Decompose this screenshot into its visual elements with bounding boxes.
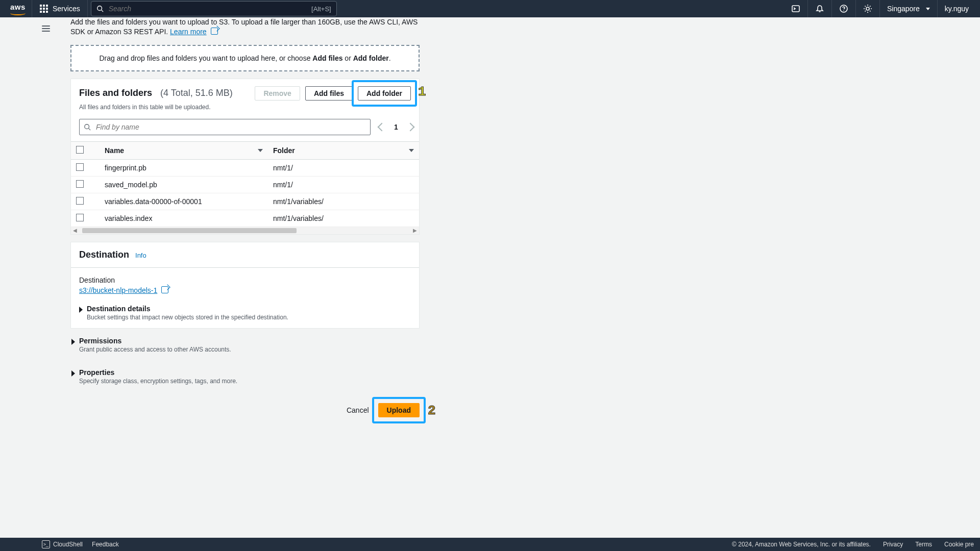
file-name-cell: variables.data-00000-of-00001 bbox=[100, 193, 268, 210]
permissions-expander[interactable]: Permissions Grant public access and acce… bbox=[70, 335, 420, 360]
select-all-checkbox[interactable] bbox=[76, 146, 84, 154]
action-row: Cancel Upload 2 bbox=[70, 403, 420, 417]
services-label: Services bbox=[53, 5, 80, 13]
help-icon bbox=[839, 4, 848, 13]
region-label: Singapore bbox=[887, 5, 920, 13]
row-checkbox[interactable] bbox=[76, 197, 84, 205]
row-checkbox[interactable] bbox=[76, 163, 84, 171]
global-search-input[interactable] bbox=[108, 4, 307, 13]
add-files-button[interactable]: Add files bbox=[305, 86, 353, 101]
annotation-2: 2 bbox=[428, 403, 436, 418]
file-name-cell: saved_model.pb bbox=[100, 176, 268, 193]
search-shortcut-hint: [Alt+S] bbox=[311, 5, 331, 13]
cloudshell-footer-button[interactable]: >_ CloudShell bbox=[42, 540, 83, 548]
bell-icon bbox=[815, 4, 824, 13]
footer-cookie-link[interactable]: Cookie pre bbox=[944, 541, 974, 548]
table-row[interactable]: saved_model.pb nmt/1/ bbox=[71, 176, 419, 193]
add-folder-button[interactable]: Add folder bbox=[358, 86, 411, 101]
file-name-cell: fingerprint.pb bbox=[100, 159, 268, 176]
file-folder-cell: nmt/1/ bbox=[268, 176, 419, 193]
destination-title: Destination bbox=[79, 249, 129, 260]
services-menu[interactable]: Services bbox=[32, 0, 88, 17]
gear-icon bbox=[863, 4, 872, 13]
sort-icon[interactable] bbox=[409, 149, 414, 152]
destination-info-link[interactable]: Info bbox=[135, 252, 146, 259]
footer-copyright: © 2024, Amazon Web Services, Inc. or its… bbox=[732, 541, 871, 548]
grid-icon bbox=[39, 4, 48, 13]
page-prev-button[interactable] bbox=[378, 122, 386, 131]
file-folder-cell: nmt/1/variables/ bbox=[268, 210, 419, 227]
learn-more-link[interactable]: Learn more bbox=[170, 28, 207, 36]
top-nav: aws Services [Alt+S] Singapore ky.nguy bbox=[0, 0, 980, 17]
aws-logo[interactable]: aws bbox=[4, 0, 32, 17]
external-link-icon bbox=[211, 28, 218, 35]
svg-point-7 bbox=[85, 124, 89, 129]
hamburger-icon bbox=[42, 28, 50, 29]
file-name-cell: variables.index bbox=[100, 210, 268, 227]
properties-expander[interactable]: Properties Specify storage class, encryp… bbox=[70, 366, 420, 392]
column-name-header[interactable]: Name bbox=[105, 146, 124, 155]
caret-right-icon bbox=[71, 370, 75, 377]
cloudshell-icon: >_ bbox=[42, 540, 50, 548]
row-checkbox[interactable] bbox=[76, 180, 84, 188]
caret-right-icon bbox=[79, 307, 83, 313]
annotation-1: 1 bbox=[418, 84, 426, 99]
caret-right-icon bbox=[71, 339, 75, 345]
find-by-name-field[interactable] bbox=[79, 119, 371, 135]
destination-field-label: Destination bbox=[79, 276, 411, 284]
svg-point-6 bbox=[866, 7, 869, 10]
sort-icon[interactable] bbox=[258, 149, 263, 152]
remove-button[interactable]: Remove bbox=[255, 86, 300, 101]
find-by-name-input[interactable] bbox=[95, 122, 366, 132]
account-menu[interactable]: ky.nguy bbox=[938, 0, 976, 17]
column-folder-header[interactable]: Folder bbox=[273, 146, 295, 155]
svg-line-1 bbox=[101, 10, 103, 12]
files-card-count: (4 Total, 51.6 MB) bbox=[160, 88, 233, 98]
files-card-subtext: All files and folders in this table will… bbox=[71, 104, 419, 117]
settings-button[interactable] bbox=[856, 0, 880, 17]
global-search[interactable]: [Alt+S] bbox=[91, 1, 337, 16]
svg-point-0 bbox=[97, 6, 102, 11]
destination-card: Destination Info Destination s3://bucket… bbox=[70, 242, 420, 329]
cloudshell-top-button[interactable] bbox=[784, 0, 808, 17]
file-folder-cell: nmt/1/ bbox=[268, 159, 419, 176]
table-row[interactable]: fingerprint.pb nmt/1/ bbox=[71, 159, 419, 176]
feedback-link[interactable]: Feedback bbox=[92, 541, 119, 548]
upload-intro-text: Add the files and folders you want to up… bbox=[70, 17, 420, 37]
svg-line-8 bbox=[89, 128, 91, 130]
svg-point-5 bbox=[843, 10, 844, 11]
footer-bar: >_ CloudShell Feedback © 2024, Amazon We… bbox=[0, 538, 980, 551]
cancel-button[interactable]: Cancel bbox=[347, 406, 369, 414]
page-next-button[interactable] bbox=[406, 122, 414, 131]
region-selector[interactable]: Singapore bbox=[880, 0, 938, 17]
table-row[interactable]: variables.index nmt/1/variables/ bbox=[71, 210, 419, 227]
account-label: ky.nguy bbox=[945, 5, 969, 13]
horizontal-scrollbar[interactable]: ◀ ▶ bbox=[71, 227, 419, 234]
files-card-title: Files and folders bbox=[79, 88, 152, 98]
table-row[interactable]: variables.data-00000-of-00001 nmt/1/vari… bbox=[71, 193, 419, 210]
footer-privacy-link[interactable]: Privacy bbox=[883, 541, 903, 548]
footer-terms-link[interactable]: Terms bbox=[915, 541, 932, 548]
external-link-icon bbox=[161, 286, 168, 293]
cloudshell-icon bbox=[791, 4, 800, 13]
page-number: 1 bbox=[394, 123, 398, 131]
help-button[interactable] bbox=[832, 0, 856, 17]
destination-details-expander[interactable]: Destination details Bucket settings that… bbox=[71, 303, 419, 328]
upload-button[interactable]: Upload bbox=[378, 403, 420, 417]
search-icon bbox=[96, 5, 104, 12]
row-checkbox[interactable] bbox=[76, 214, 84, 221]
search-icon bbox=[84, 123, 91, 131]
caret-down-icon bbox=[926, 8, 930, 10]
notifications-button[interactable] bbox=[808, 0, 832, 17]
files-card: Files and folders (4 Total, 51.6 MB) Rem… bbox=[70, 79, 420, 235]
side-panel-toggle[interactable] bbox=[40, 22, 52, 35]
files-table: Name Folder fingerprint.pb bbox=[71, 141, 419, 227]
upload-dropzone[interactable]: Drag and drop files and folders you want… bbox=[70, 45, 420, 71]
file-folder-cell: nmt/1/variables/ bbox=[268, 193, 419, 210]
destination-uri-link[interactable]: s3://bucket-nlp-models-1 bbox=[79, 286, 157, 294]
